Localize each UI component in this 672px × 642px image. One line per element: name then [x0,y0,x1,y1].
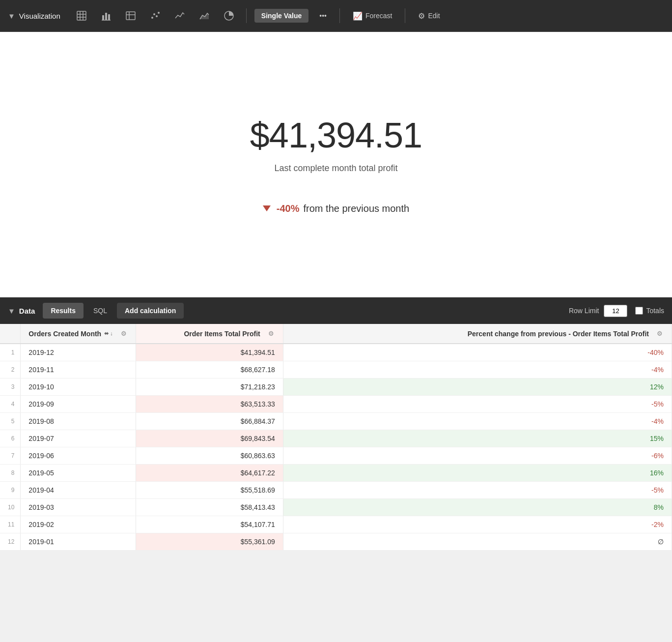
table-row: 12019-12$41,394.51-40% [0,344,672,361]
cell-profit: $54,107.71 [136,516,283,533]
cell-profit: $41,394.51 [136,344,283,361]
table-header-row: Orders Created Month ⬌ ↓ ⚙ Order Items T… [0,324,672,344]
single-value-button[interactable]: Single Value [254,9,308,23]
cell-month: 2019-10 [21,379,136,396]
cell-profit: $68,627.18 [136,361,283,379]
table-row: 42019-09$63,513.33-5% [0,396,672,413]
cell-month: 2019-11 [21,361,136,379]
cell-month: 2019-01 [21,533,136,551]
cell-row-num: 7 [0,447,21,465]
cell-pct: -40% [283,344,672,361]
data-table-container: Orders Created Month ⬌ ↓ ⚙ Order Items T… [0,324,672,551]
toolbar-divider-1 [246,8,247,23]
cell-month: 2019-02 [21,516,136,533]
cell-month: 2019-07 [21,430,136,447]
cell-row-num: 2 [0,361,21,379]
chevron-down-icon-data: ▼ [8,307,15,315]
cell-row-num: 4 [0,396,21,413]
tab-sql[interactable]: SQL [85,303,115,319]
month-col-gear[interactable]: ⚙ [120,329,128,338]
data-table: Orders Created Month ⬌ ↓ ⚙ Order Items T… [0,324,672,551]
area-viz-button[interactable] [195,7,214,24]
edit-button[interactable]: ⚙ Edit [413,8,445,24]
cell-profit: $66,884.37 [136,413,283,430]
cell-profit: $71,218.23 [136,379,283,396]
chevron-down-icon: ▼ [8,12,15,20]
visualization-area: $41,394.51 Last complete month total pro… [0,32,672,297]
table-viz-button[interactable] [72,7,91,24]
table-row: 122019-01$55,361.09∅ [0,533,672,551]
single-value-label: Last complete month total profit [274,163,397,174]
comparison-prefix: from the previous month [304,203,410,214]
cell-pct: -2% [283,516,672,533]
data-toolbar: ▼ Data Results SQL Add calculation Row L… [0,297,672,324]
more-options-button[interactable]: ••• [314,9,332,23]
cell-pct: ∅ [283,533,672,551]
cell-row-num: 1 [0,344,21,361]
table-row: 32019-10$71,218.2312% [0,379,672,396]
forecast-icon: 📈 [353,11,363,21]
svg-rect-0 [77,11,86,20]
cell-month: 2019-05 [21,465,136,482]
cell-month: 2019-06 [21,447,136,465]
table-row: 22019-11$68,627.18-4% [0,361,672,379]
tab-add-calculation[interactable]: Add calculation [117,303,184,319]
cell-month: 2019-04 [21,482,136,499]
pct-col-header: Percent change from previous - Order Ite… [468,329,664,338]
comparison-value: -40% [277,203,300,214]
scatter-viz-button[interactable] [146,7,165,24]
cell-pct: 16% [283,465,672,482]
th-row-num [0,324,21,344]
row-limit-input[interactable] [604,305,627,317]
month-col-header: Orders Created Month ⬌ ↓ ⚙ [28,329,127,338]
table-row: 62019-07$69,843.5415% [0,430,672,447]
table-row: 82019-05$64,617.2216% [0,465,672,482]
pie-viz-button[interactable] [220,7,238,24]
trend-down-icon [263,205,271,211]
cell-pct: -4% [283,413,672,430]
cell-row-num: 10 [0,499,21,516]
visualization-toolbar: ▼ Visualization [0,0,672,32]
data-section-title: ▼ Data [8,307,35,315]
profit-col-gear[interactable]: ⚙ [267,329,275,338]
forecast-button[interactable]: 📈 Forecast [348,8,397,24]
line-viz-button[interactable] [170,7,189,24]
th-month: Orders Created Month ⬌ ↓ ⚙ [21,324,136,344]
svg-rect-5 [102,15,104,20]
cell-month: 2019-03 [21,499,136,516]
tab-results[interactable]: Results [43,303,84,319]
th-profit: Order Items Total Profit ⚙ [136,324,283,344]
cell-row-num: 5 [0,413,21,430]
cell-pct: 8% [283,499,672,516]
cell-profit: $55,361.09 [136,533,283,551]
totals-checkbox[interactable] [635,307,643,315]
pct-col-label: Percent change from previous - Order Ite… [468,330,649,338]
month-col-label: Orders Created Month [28,330,101,338]
cell-month: 2019-08 [21,413,136,430]
pct-col-gear[interactable]: ⚙ [656,329,664,338]
cell-row-num: 8 [0,465,21,482]
row-limit-label: Row Limit [569,307,599,315]
th-pct: Percent change from previous - Order Ite… [283,324,672,344]
cell-row-num: 12 [0,533,21,551]
svg-point-12 [151,17,153,19]
bar-viz-button[interactable] [97,7,115,24]
cell-profit: $64,617.22 [136,465,283,482]
comparison-row: -40% from the previous month [263,203,409,214]
cell-profit: $60,863.63 [136,447,283,465]
cell-pct: 15% [283,430,672,447]
table-body: 12019-12$41,394.51-40%22019-11$68,627.18… [0,344,672,551]
cell-month: 2019-09 [21,396,136,413]
cell-pct: -5% [283,396,672,413]
totals-label: Totals [635,307,664,315]
cell-row-num: 9 [0,482,21,499]
cell-row-num: 6 [0,430,21,447]
svg-point-14 [156,15,158,17]
edit-icon: ⚙ [418,11,425,21]
cell-pct: -4% [283,361,672,379]
table-row: 92019-04$55,518.69-5% [0,482,672,499]
svg-rect-6 [105,13,107,20]
list-viz-button[interactable] [121,7,140,24]
profit-col-label: Order Items Total Profit [184,330,260,338]
cell-pct: 12% [283,379,672,396]
